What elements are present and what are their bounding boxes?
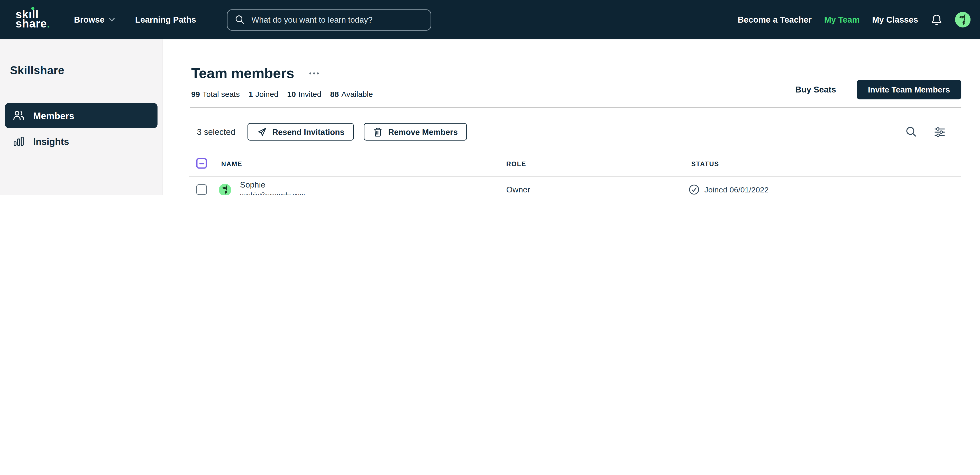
main-content: Team members 99Total seats 1Joined 10Inv…	[163, 39, 980, 195]
sidebar-menu: Members Insights	[5, 103, 157, 154]
avatar-face-icon	[955, 12, 971, 27]
column-header-role: ROLE	[506, 159, 527, 167]
search-icon	[906, 126, 917, 137]
browse-menu[interactable]: Browse	[74, 15, 115, 24]
skillshare-logo[interactable]: skıll share.	[16, 10, 50, 29]
sidebar-item-insights[interactable]: Insights	[5, 129, 157, 154]
top-navbar: skıll share. Browse Learning Paths Becom…	[0, 0, 980, 39]
chevron-down-icon	[109, 17, 115, 22]
bell-icon	[931, 13, 942, 26]
stat-total-seats: 99Total seats	[191, 90, 240, 98]
member-rows: Sophie sophie@example.com Owner Joined 0…	[189, 177, 961, 195]
resend-invitations-button[interactable]: Resend Invitations	[247, 123, 354, 140]
navbar-right: Become a Teacher My Team My Classes	[738, 12, 970, 27]
avatar-face-icon	[219, 184, 231, 195]
user-avatar[interactable]	[955, 12, 971, 27]
page-title: Team members	[191, 65, 294, 82]
table-header: NAME ROLE STATUS	[189, 151, 961, 177]
become-teacher-link[interactable]: Become a Teacher	[738, 15, 811, 24]
column-header-name: NAME	[221, 159, 242, 167]
app: skıll share. Browse Learning Paths Becom…	[0, 0, 980, 195]
remove-members-button[interactable]: Remove Members	[364, 123, 467, 140]
send-icon	[256, 127, 267, 137]
member-email: sophie@example.com	[240, 191, 305, 195]
members-people-icon	[13, 110, 25, 122]
status-label: Joined 06/01/2022	[705, 186, 769, 194]
stat-invited: 10Invited	[287, 90, 321, 98]
logo-line2: share.	[16, 19, 50, 28]
insights-chart-icon	[13, 135, 25, 148]
member-name: Sophie	[240, 180, 305, 190]
my-classes-link[interactable]: My Classes	[872, 15, 918, 24]
sidebar-item-label: Members	[33, 110, 74, 121]
header-divider	[190, 107, 961, 108]
sidebar: Skillshare Members Insights	[0, 39, 163, 195]
sidebar-brand: Skillshare	[5, 64, 157, 77]
title-overflow-menu-button[interactable]	[308, 70, 320, 77]
filter-button[interactable]	[934, 126, 945, 137]
selected-count: 3 selected	[197, 127, 235, 137]
sidebar-item-members[interactable]: Members	[5, 103, 157, 128]
member-avatar	[219, 184, 231, 195]
browse-label: Browse	[74, 15, 105, 24]
stat-joined: 1Joined	[248, 90, 278, 98]
logo-green-dot	[31, 7, 35, 10]
member-role: Owner	[506, 185, 530, 194]
invite-team-members-button[interactable]: Invite Team Members	[857, 80, 961, 99]
search-icon	[235, 14, 245, 25]
column-header-status: STATUS	[691, 159, 719, 167]
table-search-button[interactable]	[906, 126, 917, 137]
sidebar-item-label: Insights	[33, 136, 69, 146]
global-search	[227, 9, 431, 30]
stat-available: 88Available	[330, 90, 373, 98]
filter-sliders-icon	[934, 126, 945, 137]
buy-seats-button[interactable]: Buy Seats	[795, 85, 836, 94]
trash-icon	[373, 127, 382, 137]
row-checkbox[interactable]	[196, 184, 207, 195]
learning-paths-label: Learning Paths	[135, 15, 196, 24]
remove-label: Remove Members	[388, 127, 458, 137]
select-all-checkbox[interactable]	[196, 158, 207, 168]
my-team-link[interactable]: My Team	[824, 15, 860, 24]
check-circle-icon	[689, 184, 699, 195]
member-status: Joined 06/01/2022	[689, 184, 769, 195]
seat-stats: 99Total seats 1Joined 10Invited 88Availa…	[191, 90, 373, 98]
search-input[interactable]	[250, 14, 423, 25]
learning-paths-link[interactable]: Learning Paths	[135, 15, 196, 24]
notifications-button[interactable]	[931, 13, 942, 26]
table-row: Sophie sophie@example.com Owner Joined 0…	[189, 177, 961, 195]
resend-label: Resend Invitations	[272, 127, 344, 137]
members-table: NAME ROLE STATUS Sophie sophie@example.c…	[189, 151, 961, 195]
